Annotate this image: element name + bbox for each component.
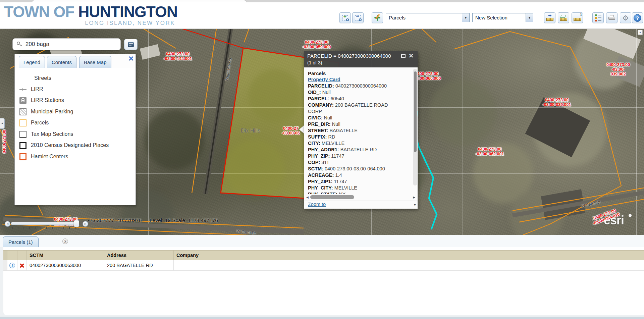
document-search-icon [128,42,134,47]
row-info-cell[interactable]: i [7,260,17,270]
maximize-icon[interactable] [401,54,406,58]
settings-button[interactable]: ⚙ [620,12,631,23]
map-canvas[interactable]: 0400-273.00 -03.00-059.000 0400-273.00 -… [0,29,644,235]
info-icon[interactable]: i [9,263,15,268]
printer-icon [608,15,615,20]
row-delete-cell[interactable] [17,260,27,270]
close-icon[interactable]: × [128,55,134,62]
app-header: TOWN OF HUNTINGTON LONG ISLAND, NEW YORK… [0,2,644,29]
field-parcelid: PARCELID: 0400273000300064000 [308,83,399,89]
slider-track[interactable] [11,222,77,225]
tab-parcels-results[interactable]: Parcels (1) [3,236,39,247]
zoom-out-button[interactable]: − [352,12,364,23]
legend-item-tax-map-sections: Tax Map Sections [15,129,136,139]
scroll-right-icon[interactable]: ► [412,195,416,199]
selection-mode-value: New Selection [473,15,526,20]
field-phy-state: PHY_STATE: NY [308,191,399,194]
crosshair-pencil-icon [374,14,381,21]
field-pre-dir: PRE_DIR: Null [308,121,399,127]
results-tab-bar: Parcels (1) x [0,235,644,247]
scrollbar-thumb[interactable] [310,195,354,199]
column-header-sctm[interactable]: SCTM [27,251,104,260]
popup-titlebar[interactable]: PARCELID = 0400273000300064000 (1 of 3) … [304,51,418,67]
search-input[interactable] [25,41,120,48]
list-icon [595,14,601,21]
chevron-down-icon[interactable]: ▼ [526,13,533,22]
scroll-left-icon[interactable]: ◄ [306,195,309,199]
logo-huntington: HUNTINGTON [78,3,177,20]
app-window: TOWN OF HUNTINGTON LONG ISLAND, NEW YORK… [0,0,644,319]
tab-contents[interactable]: Contents [47,56,76,68]
measure-distance-button[interactable]: ↔ [544,12,555,23]
property-card-link[interactable]: Property Card [308,76,410,83]
layer-select-value: Parcels [386,15,462,20]
place-label-dix-hills: Dix Hills [241,128,260,133]
popup-vertical-scrollbar[interactable] [413,69,417,185]
scrollbar-thumb[interactable] [414,71,417,152]
search-box[interactable] [12,38,121,50]
browser-edge-strip [0,0,644,2]
measure-area-button[interactable] [558,12,569,23]
results-list-button[interactable] [592,12,604,23]
parcel-label: 0400-27 -03.00-06 [282,126,300,136]
draw-identify-button[interactable] [372,12,383,23]
tab-base-map[interactable]: Base Map [79,56,111,68]
table-row[interactable]: i 0400273000300063000 200 BAGATELLE RD [3,260,644,271]
field-oid: OID_: Null [308,89,399,96]
slider-left-icon[interactable]: ◄ [5,221,10,227]
close-icon[interactable]: x [62,238,68,244]
hatch-swatch-icon [19,108,26,115]
delete-icon[interactable] [19,263,24,268]
popup-body[interactable]: Parcels Property Card PARCELID: 04002730… [304,67,418,194]
parcel-label: 0400-273.00 -03.00-039.001 [543,98,571,107]
search-options-button[interactable] [124,39,138,50]
help-button[interactable]: ? [632,12,643,23]
scroll-up-icon[interactable]: ▲ [638,30,643,35]
measure-point-button[interactable]: 1 [572,12,583,23]
close-icon[interactable]: × [408,52,414,59]
search-icon [17,42,22,47]
no-swatch [19,75,26,82]
measure-area-icon [560,14,567,21]
slider-ticks [12,227,76,229]
logo-subtitle: LONG ISLAND, NEW YORK [4,20,175,26]
panel-collapse-handle[interactable]: ◄ [0,118,5,129]
field-civic: CIVIC: Null [308,115,399,121]
parcel-label: 0400-273.00 -03.00-062.001 [476,147,504,156]
zoom-out-selection-icon: − [355,15,361,20]
legend-item-lirr-stations: LIRR Stations [15,96,136,105]
print-button[interactable] [606,12,618,23]
legend-panel: Legend Contents Base Map × Streets LIRR … [14,54,136,205]
level-scale-readout: Level: 19 Scale: 1128.497176 [150,217,218,223]
black-outline-swatch-icon [19,142,26,149]
coordinates-readout: -73.367777, 40.770976 [88,217,142,223]
bottom-window-strip [0,317,644,319]
field-phy-zip: PHY_ZIP: 11747 [308,153,399,159]
slider-right-icon[interactable]: ► [83,221,88,227]
zoom-to-link[interactable]: Zoom to [308,202,326,207]
esri-logo-dot [629,214,632,217]
popup-horizontal-scrollbar[interactable]: ◄ ► [304,194,418,201]
scroll-down-icon[interactable]: ▼ [413,203,417,207]
orange-outline-swatch-icon [19,119,26,126]
cell-company[interactable] [174,260,302,270]
help-icon: ? [634,14,641,22]
popup-layer-name: Parcels [308,70,410,76]
field-sctm: SCTM: 0400-273.00-03.00-064.000 [308,166,399,172]
field-cop: COP: 311 [308,159,399,166]
slider-thumb[interactable] [74,220,79,227]
zoom-in-button[interactable]: + [339,12,351,23]
layer-select[interactable]: Parcels ▼ [386,13,470,22]
selection-mode-select[interactable]: New Selection ▼ [472,13,533,22]
tab-legend[interactable]: Legend [19,56,45,68]
column-header-company[interactable]: Company [174,251,302,260]
popup-footer: Zoom to [304,201,418,209]
field-parcel: PARCEL: 60540 [308,96,399,102]
cell-sctm[interactable]: 0400273000300063000 [27,260,104,270]
column-header-address[interactable]: Address [104,251,174,260]
field-city: CITY: MELVILLE [308,140,399,147]
chevron-down-icon[interactable]: ▼ [462,13,469,22]
cell-address[interactable]: 200 BAGATELLE RD [104,260,174,270]
popup-pointer [299,125,304,134]
legend-item-parcels: Parcels [15,118,136,127]
